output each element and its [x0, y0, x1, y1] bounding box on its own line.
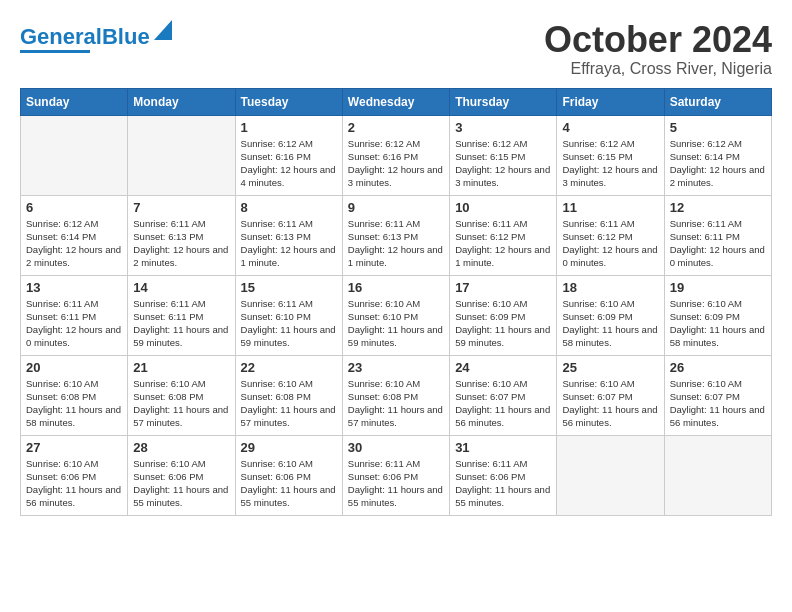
calendar-week-row: 20Sunrise: 6:10 AM Sunset: 6:08 PM Dayli… [21, 355, 772, 435]
day-number: 8 [241, 200, 337, 215]
calendar-week-row: 13Sunrise: 6:11 AM Sunset: 6:11 PM Dayli… [21, 275, 772, 355]
logo-underline [20, 50, 90, 53]
day-number: 5 [670, 120, 766, 135]
day-number: 12 [670, 200, 766, 215]
day-info: Sunrise: 6:10 AM Sunset: 6:08 PM Dayligh… [241, 377, 337, 430]
day-number: 1 [241, 120, 337, 135]
logo: GeneralBlue [20, 20, 172, 53]
day-number: 24 [455, 360, 551, 375]
day-info: Sunrise: 6:10 AM Sunset: 6:06 PM Dayligh… [26, 457, 122, 510]
table-row [128, 115, 235, 195]
day-number: 11 [562, 200, 658, 215]
table-row: 19Sunrise: 6:10 AM Sunset: 6:09 PM Dayli… [664, 275, 771, 355]
day-info: Sunrise: 6:12 AM Sunset: 6:14 PM Dayligh… [26, 217, 122, 270]
day-info: Sunrise: 6:12 AM Sunset: 6:16 PM Dayligh… [241, 137, 337, 190]
day-number: 31 [455, 440, 551, 455]
day-number: 13 [26, 280, 122, 295]
day-info: Sunrise: 6:10 AM Sunset: 6:06 PM Dayligh… [241, 457, 337, 510]
table-row: 30Sunrise: 6:11 AM Sunset: 6:06 PM Dayli… [342, 435, 449, 515]
logo-general: General [20, 24, 102, 49]
col-wednesday: Wednesday [342, 88, 449, 115]
day-number: 18 [562, 280, 658, 295]
day-number: 3 [455, 120, 551, 135]
day-number: 22 [241, 360, 337, 375]
day-number: 7 [133, 200, 229, 215]
table-row: 17Sunrise: 6:10 AM Sunset: 6:09 PM Dayli… [450, 275, 557, 355]
table-row: 16Sunrise: 6:10 AM Sunset: 6:10 PM Dayli… [342, 275, 449, 355]
table-row: 26Sunrise: 6:10 AM Sunset: 6:07 PM Dayli… [664, 355, 771, 435]
day-info: Sunrise: 6:11 AM Sunset: 6:11 PM Dayligh… [26, 297, 122, 350]
table-row: 13Sunrise: 6:11 AM Sunset: 6:11 PM Dayli… [21, 275, 128, 355]
day-number: 16 [348, 280, 444, 295]
table-row: 21Sunrise: 6:10 AM Sunset: 6:08 PM Dayli… [128, 355, 235, 435]
day-number: 6 [26, 200, 122, 215]
day-info: Sunrise: 6:11 AM Sunset: 6:13 PM Dayligh… [348, 217, 444, 270]
day-info: Sunrise: 6:10 AM Sunset: 6:09 PM Dayligh… [562, 297, 658, 350]
day-number: 9 [348, 200, 444, 215]
day-info: Sunrise: 6:11 AM Sunset: 6:13 PM Dayligh… [133, 217, 229, 270]
day-number: 17 [455, 280, 551, 295]
page: GeneralBlue October 2024 Effraya, Cross … [0, 0, 792, 526]
table-row: 24Sunrise: 6:10 AM Sunset: 6:07 PM Dayli… [450, 355, 557, 435]
day-info: Sunrise: 6:11 AM Sunset: 6:12 PM Dayligh… [455, 217, 551, 270]
table-row: 9Sunrise: 6:11 AM Sunset: 6:13 PM Daylig… [342, 195, 449, 275]
title-block: October 2024 Effraya, Cross River, Niger… [544, 20, 772, 78]
day-number: 30 [348, 440, 444, 455]
day-info: Sunrise: 6:11 AM Sunset: 6:11 PM Dayligh… [670, 217, 766, 270]
day-info: Sunrise: 6:10 AM Sunset: 6:07 PM Dayligh… [455, 377, 551, 430]
table-row: 27Sunrise: 6:10 AM Sunset: 6:06 PM Dayli… [21, 435, 128, 515]
day-number: 21 [133, 360, 229, 375]
calendar-week-row: 27Sunrise: 6:10 AM Sunset: 6:06 PM Dayli… [21, 435, 772, 515]
table-row [557, 435, 664, 515]
day-info: Sunrise: 6:11 AM Sunset: 6:06 PM Dayligh… [455, 457, 551, 510]
day-info: Sunrise: 6:10 AM Sunset: 6:09 PM Dayligh… [455, 297, 551, 350]
day-info: Sunrise: 6:12 AM Sunset: 6:14 PM Dayligh… [670, 137, 766, 190]
table-row [664, 435, 771, 515]
table-row: 23Sunrise: 6:10 AM Sunset: 6:08 PM Dayli… [342, 355, 449, 435]
col-sunday: Sunday [21, 88, 128, 115]
day-info: Sunrise: 6:12 AM Sunset: 6:16 PM Dayligh… [348, 137, 444, 190]
day-number: 29 [241, 440, 337, 455]
table-row: 29Sunrise: 6:10 AM Sunset: 6:06 PM Dayli… [235, 435, 342, 515]
day-number: 4 [562, 120, 658, 135]
day-number: 26 [670, 360, 766, 375]
logo-blue: Blue [102, 24, 150, 49]
day-number: 20 [26, 360, 122, 375]
table-row: 6Sunrise: 6:12 AM Sunset: 6:14 PM Daylig… [21, 195, 128, 275]
table-row: 14Sunrise: 6:11 AM Sunset: 6:11 PM Dayli… [128, 275, 235, 355]
day-info: Sunrise: 6:10 AM Sunset: 6:10 PM Dayligh… [348, 297, 444, 350]
table-row: 20Sunrise: 6:10 AM Sunset: 6:08 PM Dayli… [21, 355, 128, 435]
day-info: Sunrise: 6:11 AM Sunset: 6:12 PM Dayligh… [562, 217, 658, 270]
day-info: Sunrise: 6:10 AM Sunset: 6:09 PM Dayligh… [670, 297, 766, 350]
table-row: 7Sunrise: 6:11 AM Sunset: 6:13 PM Daylig… [128, 195, 235, 275]
table-row [21, 115, 128, 195]
table-row: 3Sunrise: 6:12 AM Sunset: 6:15 PM Daylig… [450, 115, 557, 195]
day-info: Sunrise: 6:10 AM Sunset: 6:07 PM Dayligh… [670, 377, 766, 430]
calendar-week-row: 1Sunrise: 6:12 AM Sunset: 6:16 PM Daylig… [21, 115, 772, 195]
table-row: 12Sunrise: 6:11 AM Sunset: 6:11 PM Dayli… [664, 195, 771, 275]
day-number: 25 [562, 360, 658, 375]
day-info: Sunrise: 6:10 AM Sunset: 6:08 PM Dayligh… [26, 377, 122, 430]
day-info: Sunrise: 6:11 AM Sunset: 6:06 PM Dayligh… [348, 457, 444, 510]
table-row: 4Sunrise: 6:12 AM Sunset: 6:15 PM Daylig… [557, 115, 664, 195]
col-friday: Friday [557, 88, 664, 115]
calendar-subtitle: Effraya, Cross River, Nigeria [544, 60, 772, 78]
col-saturday: Saturday [664, 88, 771, 115]
svg-marker-0 [154, 20, 172, 40]
day-info: Sunrise: 6:12 AM Sunset: 6:15 PM Dayligh… [455, 137, 551, 190]
day-info: Sunrise: 6:11 AM Sunset: 6:11 PM Dayligh… [133, 297, 229, 350]
day-number: 15 [241, 280, 337, 295]
day-number: 23 [348, 360, 444, 375]
col-thursday: Thursday [450, 88, 557, 115]
day-number: 27 [26, 440, 122, 455]
day-info: Sunrise: 6:10 AM Sunset: 6:08 PM Dayligh… [348, 377, 444, 430]
calendar-table: Sunday Monday Tuesday Wednesday Thursday… [20, 88, 772, 516]
table-row: 31Sunrise: 6:11 AM Sunset: 6:06 PM Dayli… [450, 435, 557, 515]
logo-text: GeneralBlue [20, 26, 150, 48]
logo-triangle-icon [154, 20, 172, 40]
col-tuesday: Tuesday [235, 88, 342, 115]
table-row: 18Sunrise: 6:10 AM Sunset: 6:09 PM Dayli… [557, 275, 664, 355]
table-row: 25Sunrise: 6:10 AM Sunset: 6:07 PM Dayli… [557, 355, 664, 435]
day-number: 28 [133, 440, 229, 455]
col-monday: Monday [128, 88, 235, 115]
